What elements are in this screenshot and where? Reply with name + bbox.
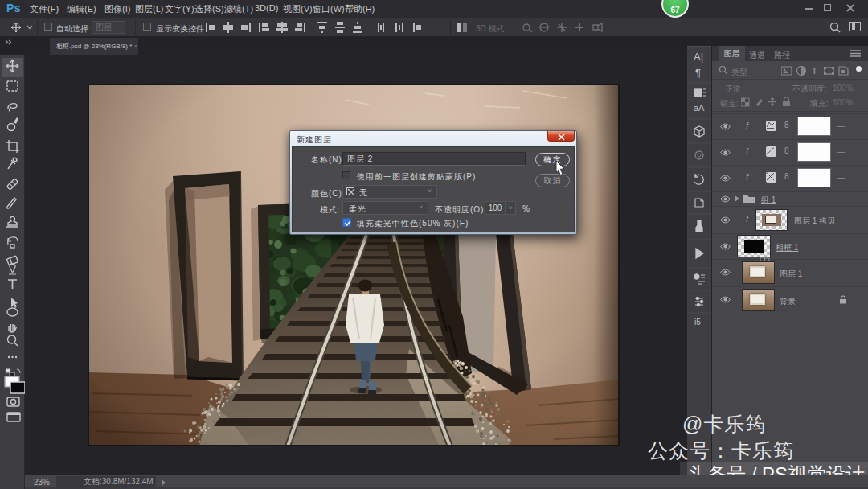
svg-text:i5: i5 — [694, 318, 701, 327]
svg-text:T: T — [812, 66, 817, 76]
svg-text:A|: A| — [694, 51, 703, 63]
svg-text:aA: aA — [694, 103, 705, 113]
svg-text:¶: ¶ — [695, 67, 701, 79]
